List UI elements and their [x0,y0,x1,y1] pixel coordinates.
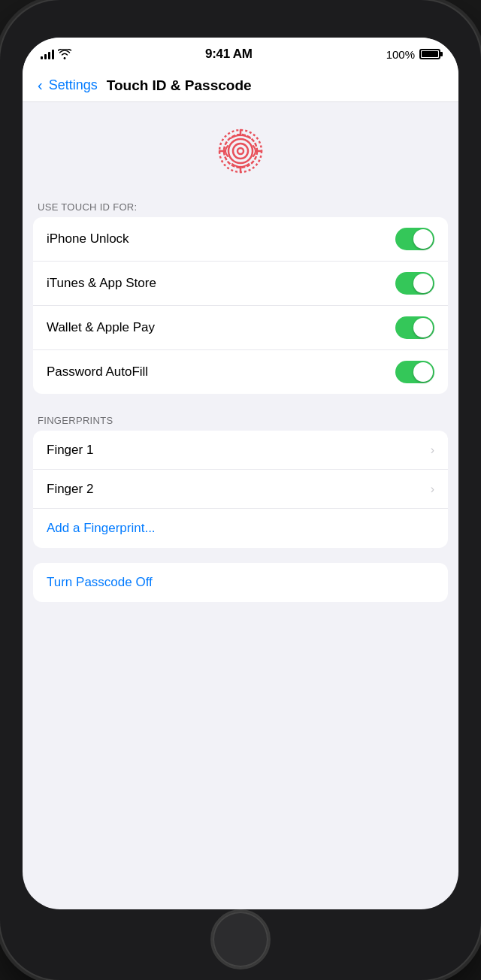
turn-passcode-off-label[interactable]: Turn Passcode Off [47,575,153,590]
svg-point-4 [237,148,244,154]
add-fingerprint-label[interactable]: Add a Fingerprint... [47,521,156,536]
wallet-toggle[interactable] [395,316,434,339]
wifi-icon [58,49,71,59]
signal-icon [41,49,54,59]
itunes-row: iTunes & App Store [33,262,448,306]
finger1-chevron: › [431,443,434,457]
toggle-thumb [413,318,433,337]
bottom-area [210,909,271,969]
battery-icon [419,49,440,59]
battery-fill [422,51,438,57]
turn-passcode-off-row[interactable]: Turn Passcode Off [33,563,448,602]
screen: 9:41 AM 100% ‹ Settings Touch ID & Passc… [23,38,458,909]
status-right: 100% [386,48,440,61]
password-autofill-toggle[interactable] [395,361,434,383]
finger2-row[interactable]: Finger 2 › [33,470,448,509]
nav-bar: ‹ Settings Touch ID & Passcode [23,71,458,102]
finger1-row[interactable]: Finger 1 › [33,431,448,470]
phone-frame: 9:41 AM 100% ‹ Settings Touch ID & Passc… [0,0,481,980]
touch-id-section-header: USE TOUCH ID FOR: [23,195,458,217]
fingerprints-group: Finger 1 › Finger 2 › Add a Fingerprint.… [33,431,448,548]
finger1-label: Finger 1 [47,443,93,458]
passcode-group: Turn Passcode Off [33,563,448,602]
svg-point-3 [233,144,248,159]
back-button[interactable]: ‹ [38,77,43,94]
wallet-row: Wallet & Apple Pay [33,306,448,350]
itunes-label: iTunes & App Store [47,276,156,291]
iphone-unlock-toggle[interactable] [395,228,434,250]
password-autofill-row: Password AutoFill [33,350,448,394]
password-autofill-label: Password AutoFill [47,364,148,380]
fingerprint-area [23,102,458,195]
iphone-unlock-label: iPhone Unlock [47,231,129,247]
back-label[interactable]: Settings [49,77,98,93]
itunes-toggle[interactable] [395,272,434,295]
fingerprint-icon [214,125,267,177]
toggle-thumb [413,362,433,382]
toggle-thumb [413,274,433,293]
home-button[interactable] [210,909,271,969]
finger2-label: Finger 2 [47,482,93,497]
finger2-chevron: › [431,482,434,496]
status-time: 9:41 AM [205,47,252,62]
nav-title: ‹ Settings Touch ID & Passcode [38,77,443,94]
wallet-label: Wallet & Apple Pay [47,320,155,335]
toggle-thumb [413,229,433,249]
add-fingerprint-row[interactable]: Add a Fingerprint... [33,509,448,548]
status-bar: 9:41 AM 100% [23,38,458,71]
iphone-unlock-row: iPhone Unlock [33,217,448,262]
content-area: USE TOUCH ID FOR: iPhone Unlock iTunes &… [23,102,458,909]
touch-id-group: iPhone Unlock iTunes & App Store Wallet … [33,217,448,394]
battery-percentage: 100% [386,48,415,61]
page-title: Touch ID & Passcode [107,77,252,94]
status-left [41,49,71,59]
fingerprints-section-header: FINGERPRINTS [23,409,458,431]
